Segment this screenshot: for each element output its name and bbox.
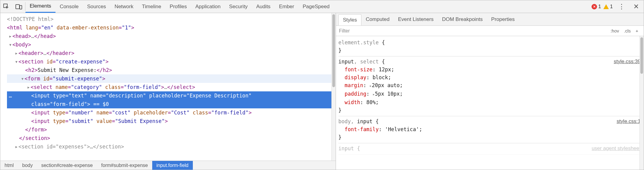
style-rule[interactable]: user agent stylesheet input { [338,143,641,155]
crumb-form[interactable]: form#submit-expense [97,161,152,170]
styles-list[interactable]: element.style { } style.css:39 input, se… [336,36,644,156]
crumb-input[interactable]: input.form-field [152,161,193,170]
tab-label: Timeline [142,4,161,10]
cls-button[interactable]: .cls [622,28,633,33]
tab-sources[interactable]: Sources [83,0,110,13]
dom-node[interactable]: ▾<section id="create-expense"> [7,57,336,66]
svg-rect-1 [16,5,19,9]
scrollbar[interactable] [331,13,336,161]
source-link[interactable]: style.css:39 [614,58,641,66]
gutter-menu-icon[interactable]: … [8,91,13,100]
scrollbar-thumb[interactable] [640,37,643,74]
styles-panel: Styles Computed Event Listeners DOM Brea… [336,13,644,170]
tab-computed[interactable]: Computed [361,13,394,25]
filter-bar: Filter :hov .cls + [336,26,644,36]
dom-node[interactable]: ▾<form id="submit-expense"> [7,74,336,83]
collapse-icon[interactable]: ▾ [14,57,18,66]
close-icon[interactable]: ✕ [630,3,642,11]
tab-label: PageSpeed [303,4,330,10]
tab-label: Network [115,4,133,10]
tab-timeline[interactable]: Timeline [138,0,166,13]
dom-node[interactable]: <h2>Submit New Expense:</h2> [7,66,336,74]
error-icon: × [592,4,597,9]
source-link[interactable]: style.css:1 [617,117,641,125]
dom-node[interactable]: <html lang="en" data-ember-extension="1"… [7,23,336,32]
tab-event-listeners[interactable]: Event Listeners [394,13,438,25]
source-link[interactable]: user agent stylesheet [592,144,641,152]
tab-label: Profiles [170,4,187,10]
device-mode-icon[interactable] [12,0,25,13]
tab-console[interactable]: Console [55,0,83,13]
error-number: 1 [598,4,601,9]
elements-panel: <!DOCTYPE html> <html lang="en" data-emb… [0,13,336,170]
crumb-html[interactable]: html [0,161,18,170]
warning-number: 1 [610,4,613,9]
tab-pagespeed[interactable]: PageSpeed [298,0,334,13]
tab-ember[interactable]: Ember [275,0,298,13]
inspect-icon[interactable] [0,0,12,13]
dom-node[interactable]: ▾<body> [7,40,336,49]
tab-label: Elements [30,3,51,9]
tab-styles[interactable]: Styles [338,14,361,25]
dom-node[interactable]: <input type="number" name="cost" placeho… [7,108,336,117]
expand-icon[interactable]: ▸ [14,142,18,151]
expand-icon[interactable]: ▸ [26,83,31,91]
tab-elements[interactable]: Elements [25,0,55,13]
warning-icon [603,4,609,9]
tab-dom-breakpoints[interactable]: DOM Breakpoints [438,13,487,25]
scrollbar[interactable] [639,36,644,170]
collapse-icon[interactable]: ▾ [20,74,25,83]
error-count[interactable]: ×1 [592,4,601,9]
add-rule-button[interactable]: + [633,28,641,33]
hov-button[interactable]: :hov [608,28,621,33]
dom-node[interactable]: </section> [7,134,336,142]
style-rule[interactable]: element.style { } [338,37,641,56]
tab-audits[interactable]: Audits [252,0,275,13]
crumb-body[interactable]: body [18,161,37,170]
crumb-section[interactable]: section#create-expense [37,161,97,170]
tab-label: Console [60,4,79,10]
expand-icon[interactable]: ▸ [14,49,18,57]
devtools-toolbar: Elements Console Sources Network Timelin… [0,0,644,13]
filter-input[interactable]: Filter [339,28,608,34]
scrollbar-thumb[interactable] [332,14,335,87]
tab-properties[interactable]: Properties [487,13,519,25]
dom-node[interactable]: ▸<section id="expenses">…</section> [7,142,336,151]
tab-profiles[interactable]: Profiles [166,0,191,13]
tab-label: Application [195,4,220,10]
svg-rect-2 [20,5,22,9]
tab-label: Ember [279,4,294,10]
tab-network[interactable]: Network [110,0,138,13]
collapse-icon[interactable]: ▾ [8,40,12,49]
dom-node[interactable]: <input type="submit" value="Submit Expen… [7,117,336,125]
tab-application[interactable]: Application [191,0,225,13]
style-rule[interactable]: style.css:39 input, select { font-size: … [338,56,641,116]
dom-node[interactable]: ▸<header>…</header> [7,49,336,57]
dom-tree[interactable]: <!DOCTYPE html> <html lang="en" data-emb… [0,13,336,153]
dom-node-selected[interactable]: … <input type="text" name="description" … [7,91,336,108]
dom-node[interactable]: ▸<select name="category" class="form-fie… [7,83,336,91]
breadcrumb: html body section#create-expense form#su… [0,161,336,170]
tab-label: Sources [87,4,106,10]
more-menu-icon[interactable]: ⋮ [615,3,628,11]
tab-label: Security [229,4,247,10]
tab-label: Audits [256,4,270,10]
dom-node[interactable]: ▸<head>…</head> [7,32,336,40]
dom-node[interactable]: <!DOCTYPE html> [7,15,336,23]
expand-icon[interactable]: ▸ [8,32,12,40]
dom-node[interactable]: </form> [7,125,336,134]
main-tabs: Elements Console Sources Network Timelin… [25,0,334,13]
styles-tabs: Styles Computed Event Listeners DOM Brea… [336,13,644,26]
warning-count[interactable]: 1 [603,4,613,9]
style-rule[interactable]: style.css:1 body, input { font-family: '… [338,116,641,143]
tab-security[interactable]: Security [225,0,252,13]
